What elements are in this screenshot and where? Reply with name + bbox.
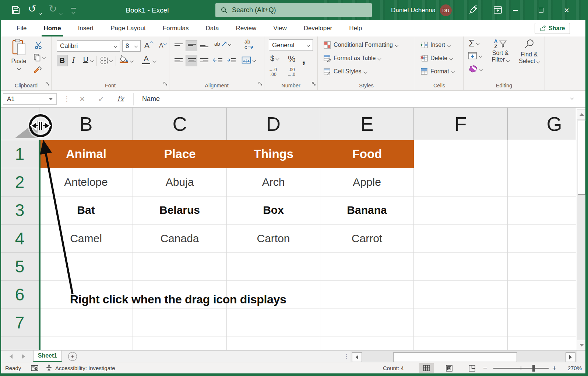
cell-b1[interactable]: Animal (39, 140, 133, 168)
italic-button[interactable]: I (71, 56, 74, 65)
merge-center-button[interactable] (242, 56, 256, 64)
sheet-tab-active[interactable]: Sheet1 (33, 351, 62, 362)
tab-help[interactable]: Help (341, 20, 370, 36)
quick-access-customize-icon[interactable] (71, 8, 76, 15)
formula-content[interactable]: Name (142, 95, 160, 103)
find-select-button[interactable]: Find & Select (516, 39, 542, 65)
cell-c3[interactable]: Belarus (133, 196, 227, 224)
format-cells-button[interactable]: Format (420, 67, 454, 76)
number-format-select[interactable]: General (269, 39, 313, 51)
font-family-select[interactable]: Calibri (57, 40, 120, 52)
row-header-6[interactable]: 6 (0, 281, 39, 309)
tab-splitter-icon[interactable]: ⋮ (344, 353, 349, 360)
status-mode[interactable]: Ready (5, 362, 21, 374)
cell[interactable] (414, 140, 508, 168)
cell[interactable] (39, 337, 133, 350)
cell[interactable] (414, 196, 508, 224)
cell-d3[interactable]: Box (227, 196, 320, 224)
paste-dropdown-icon[interactable] (17, 67, 21, 70)
cell[interactable] (227, 337, 320, 350)
cell-b2[interactable]: Antelope (39, 168, 133, 196)
grow-font-button[interactable]: A (144, 41, 153, 50)
cell-c1[interactable]: Place (133, 140, 227, 168)
next-sheet-icon[interactable] (22, 354, 25, 359)
cell[interactable] (414, 337, 508, 350)
cell-d4[interactable]: Carton (227, 224, 320, 253)
user-name[interactable]: Daniel Uchenna (386, 0, 436, 20)
search-input[interactable]: Search (Alt+Q) (215, 3, 372, 17)
column-header-e[interactable]: E (320, 108, 414, 140)
close-button[interactable]: × (558, 0, 575, 20)
cell[interactable] (227, 253, 320, 281)
row-header-3[interactable]: 3 (0, 196, 39, 224)
column-header-c[interactable]: C (133, 108, 227, 140)
scroll-left-icon[interactable] (352, 352, 362, 362)
cell[interactable] (414, 309, 508, 337)
coming-soon-icon[interactable] (468, 5, 478, 16)
increase-decimal-button[interactable]: ←.0.00 (269, 67, 277, 77)
row-header-7[interactable]: 7 (0, 309, 39, 337)
font-color-button[interactable]: A (142, 55, 150, 64)
tab-developer[interactable]: Developer (295, 20, 341, 36)
cell[interactable] (320, 309, 414, 337)
conditional-formatting-button[interactable]: Conditional Formatting (324, 40, 398, 50)
zoom-out-button[interactable]: − (483, 362, 487, 374)
tab-file[interactable]: File (8, 20, 35, 36)
cell-b3[interactable]: Bat (39, 196, 133, 224)
paste-button[interactable]: Paste (8, 39, 30, 71)
scroll-down-icon[interactable] (577, 340, 586, 350)
macro-record-icon[interactable] (31, 362, 38, 374)
save-icon[interactable] (11, 5, 21, 16)
undo-icon[interactable]: ↺ (28, 3, 36, 15)
name-box[interactable]: A1 (3, 93, 57, 105)
insert-function-icon[interactable]: fx (117, 94, 124, 103)
cell-e3[interactable]: Banana (320, 196, 414, 224)
bold-button[interactable]: B (57, 55, 68, 66)
orientation-button[interactable]: ab (214, 41, 231, 47)
alignment-dialog-launcher-icon[interactable] (258, 81, 263, 87)
column-header-f[interactable]: F (414, 108, 508, 140)
minimize-button[interactable] (507, 0, 524, 20)
cell[interactable] (227, 309, 320, 337)
cell-d1[interactable]: Things (227, 140, 320, 168)
comma-style-button[interactable]: , (302, 52, 305, 66)
row-header-2[interactable]: 2 (0, 168, 39, 196)
align-middle-icon[interactable] (186, 40, 197, 51)
redo-icon[interactable]: ↻ (49, 3, 57, 15)
horizontal-scrollbar-thumb[interactable] (393, 352, 517, 362)
fill-color-dropdown-icon[interactable] (130, 59, 134, 63)
cancel-icon[interactable]: × (80, 94, 85, 104)
copy-dropdown-icon[interactable] (42, 56, 46, 59)
formula-bar-splitter-icon[interactable]: ⋮ (63, 94, 70, 103)
scroll-up-icon[interactable] (577, 109, 586, 119)
increase-indent-icon[interactable] (226, 57, 236, 63)
cell-c4[interactable]: Canada (133, 224, 227, 253)
cell-e2[interactable]: Apple (320, 168, 414, 196)
redo-dropdown-icon[interactable] (60, 9, 62, 16)
cell[interactable] (508, 224, 576, 253)
wrap-text-button[interactable]: ab c (244, 39, 254, 50)
row-header-partial[interactable] (0, 337, 39, 350)
avatar[interactable]: DU (440, 4, 452, 16)
prev-sheet-icon[interactable] (10, 354, 13, 359)
align-left-icon[interactable] (175, 57, 183, 63)
fill-button[interactable] (468, 52, 482, 59)
horizontal-scrollbar[interactable] (351, 351, 577, 362)
column-header-d[interactable]: D (227, 108, 320, 140)
cell-c2[interactable]: Abuja (133, 168, 227, 196)
fill-color-icon[interactable] (119, 55, 129, 65)
tab-review[interactable]: Review (227, 20, 265, 36)
borders-icon[interactable] (100, 56, 108, 66)
tab-view[interactable]: View (265, 20, 295, 36)
accessibility-status[interactable]: Accessibility: Investigate (46, 362, 115, 374)
enter-icon[interactable]: ✓ (98, 95, 105, 104)
undo-dropdown-icon[interactable] (39, 9, 42, 16)
decrease-decimal-button[interactable]: .00→.0 (287, 67, 295, 77)
align-center-icon[interactable] (186, 55, 197, 66)
cell[interactable] (508, 281, 576, 309)
tab-formulas[interactable]: Formulas (154, 20, 197, 36)
cut-icon[interactable] (34, 41, 42, 51)
view-page-layout-button[interactable] (442, 363, 457, 373)
expand-formula-bar-icon[interactable] (570, 96, 574, 100)
new-sheet-button[interactable]: + (68, 352, 77, 361)
